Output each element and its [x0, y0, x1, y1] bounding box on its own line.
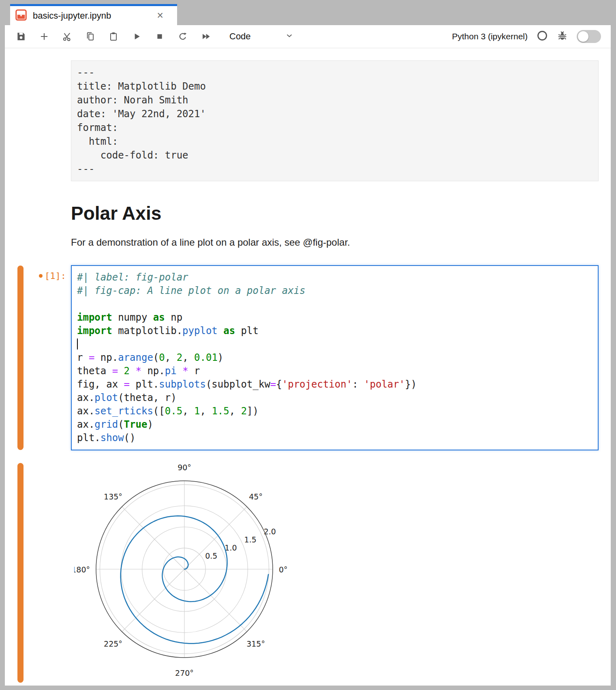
notebook-content: --- title: Matplotlib Demo author: Norah… [5, 48, 611, 686]
execution-prompt: [1]: [39, 271, 66, 281]
notebook-toolbar: Code Python 3 (ipykernel) [5, 25, 611, 48]
tab-title: basics-jupyter.ipynb [33, 11, 157, 21]
svg-text:225°: 225° [104, 639, 122, 648]
svg-text:0.5: 0.5 [205, 551, 217, 560]
markdown-cell[interactable]: Polar Axis For a demonstration of a line… [5, 181, 611, 249]
dirty-dot-icon [39, 274, 43, 278]
chevron-down-icon [284, 31, 294, 42]
input-collapser[interactable] [17, 266, 24, 450]
jupyterlab-window: basics-jupyter.ipynb × [5, 4, 611, 686]
notebook-icon [15, 9, 27, 23]
markdown-paragraph: For a demonstration of a line plot on a … [71, 236, 599, 249]
output-cell-gutter [5, 463, 71, 683]
kernel-idle-circle-icon[interactable] [537, 30, 548, 43]
save-icon[interactable] [16, 31, 26, 42]
svg-text:1.5: 1.5 [244, 535, 257, 544]
svg-text:315°: 315° [246, 639, 265, 648]
tab-basics-jupyter[interactable]: basics-jupyter.ipynb × [10, 4, 177, 25]
stop-icon[interactable] [154, 31, 165, 42]
heading-polar-axis: Polar Axis [71, 202, 599, 224]
tab-bar: basics-jupyter.ipynb × [5, 4, 611, 25]
run-all-icon[interactable] [201, 31, 211, 42]
copy-cell-icon[interactable] [85, 31, 96, 42]
svg-text:180°: 180° [74, 565, 90, 574]
kernel-cluster: Python 3 (ipykernel) [452, 30, 601, 43]
output-collapser[interactable] [17, 463, 24, 683]
figure-output: 0.51.01.52.00°45°90°135°180°225°270°315° [74, 463, 599, 683]
svg-text:135°: 135° [104, 492, 122, 501]
close-icon[interactable]: × [157, 10, 163, 21]
code-cell-gutter: [1]: [5, 265, 71, 450]
raw-cell-source[interactable]: --- title: Matplotlib Demo author: Norah… [71, 60, 599, 181]
svg-text:45°: 45° [249, 492, 263, 501]
run-icon[interactable] [131, 31, 142, 42]
svg-text:1.0: 1.0 [225, 543, 237, 552]
add-cell-icon[interactable] [39, 31, 49, 42]
svg-text:90°: 90° [178, 463, 191, 472]
cell-type-dropdown[interactable]: Code [229, 31, 294, 42]
toggle-knob [578, 31, 588, 42]
code-cell[interactable]: [1]: #| label: fig-polar#| fig-cap: A li… [5, 265, 611, 450]
markdown-cell-gutter [5, 181, 71, 249]
bug-icon[interactable] [557, 30, 568, 43]
kernel-name[interactable]: Python 3 (ipykernel) [452, 32, 528, 41]
svg-text:270°: 270° [175, 669, 194, 677]
raw-cell[interactable]: --- title: Matplotlib Demo author: Norah… [5, 60, 611, 181]
polar-figure: 0.51.01.52.00°45°90°135°180°225°270°315° [74, 463, 301, 681]
paste-cell-icon[interactable] [108, 31, 119, 42]
code-editor[interactable]: #| label: fig-polar#| fig-cap: A line pl… [71, 265, 599, 450]
restart-kernel-icon[interactable] [178, 31, 188, 42]
raw-cell-gutter [5, 60, 71, 181]
simple-interface-toggle[interactable] [577, 30, 601, 43]
output-cell: 0.51.01.52.00°45°90°135°180°225°270°315° [5, 463, 611, 683]
cell-type-label: Code [229, 31, 251, 42]
svg-text:0°: 0° [279, 565, 288, 574]
cut-cell-icon[interactable] [62, 31, 73, 42]
